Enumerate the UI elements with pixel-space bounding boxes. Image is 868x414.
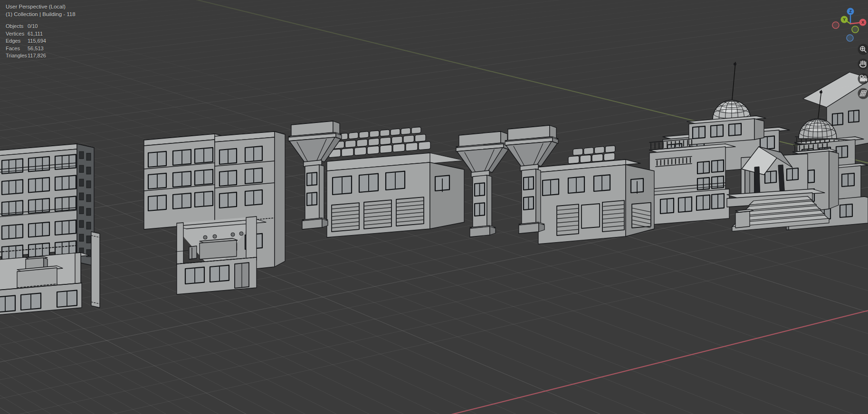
axis-minus-y-ball[interactable] — [852, 26, 858, 33]
collection-breadcrumb: (1) Collection | Building - 118 — [6, 10, 76, 18]
viewport-header: User Perspective (Local) (1) Collection … — [6, 3, 76, 18]
stat-value: 61,111 — [28, 30, 43, 38]
blender-3d-viewport[interactable]: User Perspective (Local) (1) Collection … — [0, 0, 868, 414]
scene-statistics: Objects0/10 Vertices61,111 Edges115,694 … — [6, 23, 46, 60]
axis-y-label: Y — [843, 17, 846, 22]
camera-view-button[interactable] — [858, 74, 868, 85]
stat-label: Edges — [6, 38, 28, 45]
pan-button[interactable] — [858, 59, 868, 70]
view-perspective-label: User Perspective (Local) — [6, 3, 76, 10]
stat-value: 115,694 — [28, 38, 46, 45]
stat-label: Triangles — [6, 52, 28, 60]
stat-label: Objects — [6, 23, 28, 30]
projection-toggle-button[interactable] — [858, 88, 868, 99]
scene-canvas — [0, 0, 868, 414]
axis-x-label: X — [861, 20, 864, 25]
stat-value: 56,513 — [28, 45, 44, 53]
stat-label: Vertices — [6, 30, 28, 38]
axis-minus-x-ball[interactable] — [832, 22, 839, 28]
zoom-button[interactable] — [858, 44, 868, 55]
axis-z-label: Z — [849, 9, 851, 14]
stat-label: Faces — [6, 45, 28, 53]
viewport-toolbar — [853, 40, 868, 102]
stat-value: 117,826 — [28, 52, 46, 60]
axis-minus-z-ball[interactable] — [847, 35, 853, 41]
stat-value: 0/10 — [28, 23, 38, 30]
